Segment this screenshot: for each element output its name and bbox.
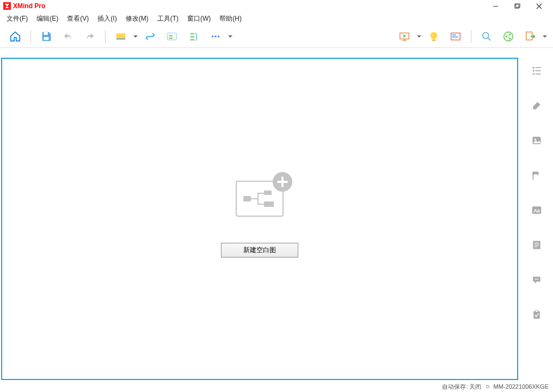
svg-point-51	[538, 279, 539, 280]
idea-button[interactable]	[423, 26, 445, 47]
canvas-area[interactable]: 新建空白图	[1, 58, 518, 380]
svg-point-27	[504, 32, 513, 41]
svg-rect-14	[191, 39, 194, 40]
svg-rect-8	[116, 38, 126, 39]
export-button[interactable]	[519, 26, 541, 47]
app-logo-icon	[3, 2, 11, 10]
svg-point-15	[212, 35, 214, 38]
svg-point-17	[218, 35, 220, 38]
toolbar	[0, 25, 553, 48]
svg-rect-47	[534, 244, 539, 245]
svg-rect-39	[536, 74, 541, 75]
titlebar: XMind Pro	[0, 0, 553, 12]
svg-point-50	[536, 279, 537, 280]
svg-rect-13	[191, 36, 194, 38]
summary-button[interactable]	[183, 26, 205, 47]
svg-text:Aa: Aa	[533, 208, 540, 213]
svg-rect-24	[452, 36, 458, 38]
menu-view[interactable]: 查看(V)	[63, 12, 93, 25]
close-button[interactable]	[528, 0, 550, 12]
present-button[interactable]	[394, 26, 415, 47]
notes-panel-button[interactable]	[530, 238, 543, 252]
more-button[interactable]	[205, 26, 226, 47]
gantt-button[interactable]	[445, 26, 466, 47]
svg-rect-33	[526, 32, 532, 40]
present-dropdown[interactable]	[415, 35, 423, 38]
menu-edit[interactable]: 编辑(E)	[32, 12, 63, 25]
svg-point-38	[533, 73, 534, 75]
svg-rect-5	[44, 32, 47, 35]
menu-file[interactable]: 文件(F)	[2, 12, 32, 25]
svg-line-26	[488, 38, 491, 40]
window-title: XMind Pro	[13, 2, 484, 10]
menu-window[interactable]: 窗口(W)	[183, 12, 215, 25]
outline-panel-button[interactable]	[530, 64, 543, 77]
marker-panel-button[interactable]	[530, 169, 543, 182]
new-map-icon	[236, 181, 284, 217]
plus-icon	[273, 172, 292, 192]
svg-point-36	[533, 70, 534, 71]
svg-rect-12	[191, 33, 194, 34]
svg-rect-6	[44, 36, 48, 40]
undo-button[interactable]	[57, 26, 79, 47]
maximize-button[interactable]	[506, 0, 528, 12]
font-panel-button[interactable]: Aa	[530, 204, 543, 217]
home-button[interactable]	[4, 26, 26, 47]
redo-button[interactable]	[79, 26, 101, 47]
toolbar-separator	[30, 30, 31, 43]
topic-dropdown[interactable]	[132, 35, 139, 38]
statusbar: 自动保存: 关闭 MM-20221006XKGE	[0, 381, 553, 392]
relationship-button[interactable]	[139, 26, 161, 47]
svg-point-34	[533, 67, 534, 69]
svg-line-31	[507, 34, 509, 36]
svg-point-16	[214, 35, 217, 38]
export-dropdown[interactable]	[541, 35, 549, 38]
svg-line-32	[507, 36, 509, 38]
boundary-button[interactable]	[161, 26, 183, 47]
task-panel-button[interactable]	[530, 308, 543, 321]
image-panel-button[interactable]	[530, 134, 543, 147]
svg-rect-1	[514, 4, 518, 8]
svg-rect-23	[452, 34, 456, 35]
status-dot-icon	[486, 385, 489, 388]
new-blank-map-button[interactable]: 新建空白图	[221, 243, 298, 258]
search-button[interactable]	[476, 26, 497, 47]
svg-rect-11	[169, 37, 173, 39]
topic-button[interactable]	[110, 26, 132, 47]
svg-rect-10	[169, 35, 173, 36]
more-dropdown[interactable]	[226, 35, 234, 38]
svg-rect-35	[536, 67, 541, 68]
svg-rect-52	[533, 311, 540, 318]
menubar: 文件(F) 编辑(E) 查看(V) 插入(I) 修改(M) 工具(T) 窗口(W…	[0, 12, 553, 25]
menu-help[interactable]: 帮助(H)	[215, 12, 246, 25]
svg-rect-0	[493, 6, 497, 7]
svg-rect-37	[536, 70, 541, 71]
svg-point-41	[534, 139, 536, 140]
side-panel: Aa	[520, 48, 553, 381]
svg-point-49	[535, 279, 536, 280]
svg-point-25	[483, 32, 489, 38]
save-button[interactable]	[35, 26, 57, 47]
menu-insert[interactable]: 插入(I)	[93, 12, 121, 25]
format-panel-button[interactable]	[530, 99, 543, 112]
toolbar-separator	[471, 30, 471, 43]
minimize-button[interactable]	[484, 0, 506, 12]
svg-rect-2	[515, 3, 519, 7]
toolbar-separator	[105, 30, 106, 43]
svg-rect-46	[534, 243, 539, 243]
license-info: MM-20221006XKGE	[494, 383, 549, 390]
menu-tools[interactable]: 工具(T)	[153, 12, 183, 25]
menu-modify[interactable]: 修改(M)	[121, 12, 153, 25]
share-button[interactable]	[497, 26, 519, 47]
comments-panel-button[interactable]	[530, 273, 543, 286]
svg-rect-53	[536, 310, 538, 312]
svg-rect-42	[533, 171, 534, 180]
svg-rect-21	[432, 39, 435, 41]
autosave-status: 自动保存: 关闭	[442, 383, 481, 391]
svg-rect-48	[534, 247, 538, 247]
